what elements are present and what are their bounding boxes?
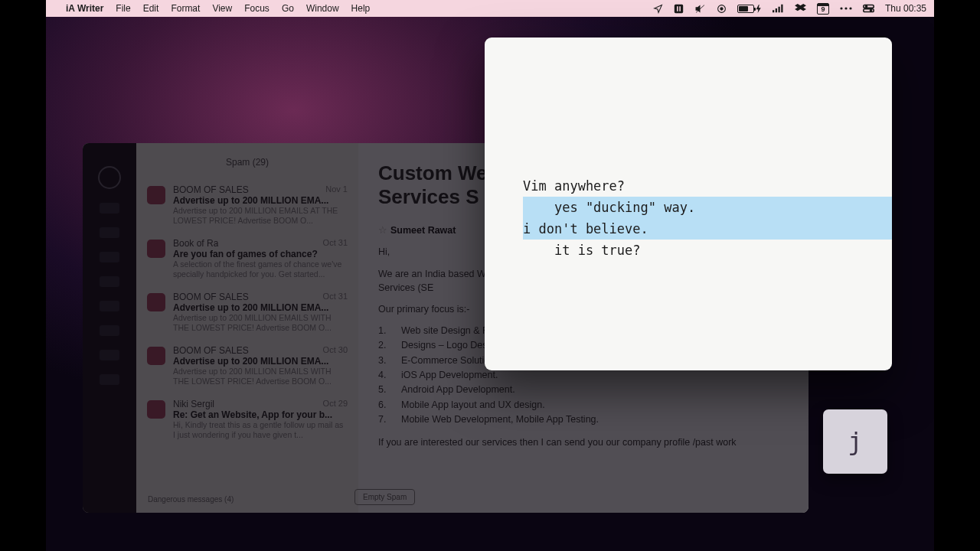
menu-file[interactable]: File bbox=[116, 3, 130, 14]
svg-point-15 bbox=[870, 10, 871, 11]
editor-line-text: i don't believe. bbox=[523, 221, 648, 236]
calendar-status-icon[interactable]: 9 bbox=[817, 3, 829, 15]
menu-edit[interactable]: Edit bbox=[143, 3, 159, 14]
editor-line[interactable]: yes "ducking" way. bbox=[523, 197, 854, 218]
keypress-key: j bbox=[848, 427, 862, 456]
sender-avatar bbox=[147, 400, 165, 419]
app-menu[interactable]: iA Writer bbox=[66, 3, 103, 14]
mail-sidebar bbox=[83, 143, 136, 513]
sync-icon[interactable] bbox=[717, 4, 727, 14]
svg-rect-6 bbox=[776, 8, 777, 12]
mail-list-line: 5.Android App Development. bbox=[378, 383, 789, 397]
menubar-clock[interactable]: Thu 00:35 bbox=[885, 3, 926, 14]
editor-line-text: yes "ducking" way. bbox=[523, 200, 695, 215]
mail-list-item[interactable]: BOOM OF SALESOct 30Advertise up to 200 M… bbox=[136, 339, 358, 393]
editor-line[interactable]: it is true? bbox=[523, 240, 854, 261]
mail-date: Nov 1 bbox=[325, 184, 348, 195]
mail-paragraph: If you are interested our services then … bbox=[378, 435, 789, 449]
svg-rect-5 bbox=[773, 10, 774, 12]
empty-spam-button[interactable]: Empty Spam bbox=[354, 489, 415, 505]
mail-list-line: 7.Mobile Web Development, Mobile App Tes… bbox=[378, 412, 789, 427]
mail-from: BOOM OF SALES bbox=[173, 345, 249, 356]
editor-line-text: Vim anywhere? bbox=[523, 178, 625, 194]
svg-rect-0 bbox=[675, 4, 683, 12]
sender-avatar bbox=[147, 186, 165, 204]
keypress-overlay: j bbox=[823, 409, 887, 474]
mail-list-item[interactable]: Book of RaOct 31Are you fan of games of … bbox=[136, 232, 358, 285]
sender-avatar bbox=[147, 293, 165, 311]
mail-subject: Are you fan of games of chance? bbox=[173, 249, 348, 259]
pillarbox-left bbox=[0, 0, 46, 551]
mail-subject: Advertise up to 200 MILLION EMA... bbox=[173, 356, 348, 367]
mail-list-item[interactable]: Niki SergilOct 29Re: Get an Website, App… bbox=[136, 393, 358, 446]
editor-line[interactable]: i don't believe. bbox=[523, 218, 854, 240]
mail-from: BOOM OF SALES bbox=[173, 292, 249, 302]
mail-date: Oct 31 bbox=[323, 238, 348, 249]
mail-subject: Re: Get an Website, App for your b... bbox=[173, 409, 348, 420]
mail-subject: Advertise up to 200 MILLION EMA... bbox=[173, 302, 348, 313]
pillarbox-right bbox=[934, 0, 980, 551]
mail-message-list: Spam (29) BOOM OF SALESNov 1Advertise up… bbox=[136, 143, 358, 513]
menu-go[interactable]: Go bbox=[282, 3, 294, 14]
editor-line-text: it is true? bbox=[523, 243, 641, 258]
mail-list-line: 6.Mobile App layout and UX design. bbox=[378, 398, 789, 412]
mail-date: Oct 30 bbox=[323, 345, 348, 356]
ia-writer-window[interactable]: Vim anywhere? yes "ducking" way.i don't … bbox=[485, 37, 892, 370]
dropbox-icon[interactable] bbox=[795, 4, 806, 14]
menu-help[interactable]: Help bbox=[351, 3, 371, 14]
mail-from: BOOM OF SALES bbox=[173, 184, 249, 195]
svg-point-14 bbox=[865, 5, 867, 7]
menubar-app-icon[interactable] bbox=[674, 4, 684, 14]
macos-menubar: iA Writer File Edit Format View Focus Go… bbox=[46, 0, 934, 17]
svg-rect-1 bbox=[677, 6, 678, 11]
editor-text-area[interactable]: Vim anywhere? yes "ducking" way.i don't … bbox=[492, 37, 884, 370]
menu-window[interactable]: Window bbox=[306, 3, 339, 14]
mail-preview: Advertise up to 200 MILLION EMAILS WITH … bbox=[173, 313, 348, 333]
mail-warning-label: Dangerous messages (4) bbox=[148, 495, 234, 504]
location-icon[interactable] bbox=[653, 4, 663, 14]
overflow-icon[interactable] bbox=[840, 7, 852, 10]
menu-view[interactable]: View bbox=[212, 3, 232, 14]
mail-subject: Advertise up to 200 MILLION EMA... bbox=[173, 195, 348, 206]
editor-line[interactable]: Vim anywhere? bbox=[523, 175, 854, 197]
svg-rect-8 bbox=[781, 5, 782, 13]
mail-date: Oct 29 bbox=[323, 399, 348, 409]
mail-date: Oct 31 bbox=[323, 292, 348, 302]
svg-point-10 bbox=[844, 7, 847, 9]
battery-icon[interactable] bbox=[737, 5, 762, 13]
mail-preview: Advertise up to 200 MILLION EMAILS AT TH… bbox=[173, 206, 348, 226]
mail-from: Niki Sergil bbox=[173, 399, 214, 409]
sender-avatar bbox=[147, 240, 165, 258]
menu-format[interactable]: Format bbox=[171, 3, 200, 14]
mail-from: Book of Ra bbox=[173, 238, 218, 249]
sender-avatar bbox=[147, 347, 165, 365]
control-center-icon[interactable] bbox=[863, 4, 874, 13]
svg-point-11 bbox=[849, 7, 851, 9]
mail-preview: A selection of the finest games of chanc… bbox=[173, 259, 348, 279]
menu-focus[interactable]: Focus bbox=[244, 3, 270, 14]
mail-list-item[interactable]: BOOM OF SALESNov 1Advertise up to 200 MI… bbox=[136, 178, 358, 232]
svg-rect-7 bbox=[778, 7, 779, 13]
volume-mute-icon[interactable] bbox=[694, 4, 706, 14]
mail-folder-title: Spam (29) bbox=[136, 151, 358, 178]
svg-point-4 bbox=[720, 7, 723, 9]
svg-rect-2 bbox=[679, 6, 681, 11]
svg-point-9 bbox=[840, 7, 842, 9]
mail-preview: Hi, Kindly treat this as a gentle follow… bbox=[173, 420, 348, 440]
mail-list-item[interactable]: BOOM OF SALESOct 31Advertise up to 200 M… bbox=[136, 285, 358, 339]
cellular-icon[interactable] bbox=[773, 4, 784, 13]
mail-preview: Advertise up to 200 MILLION EMAILS WITH … bbox=[173, 367, 348, 386]
